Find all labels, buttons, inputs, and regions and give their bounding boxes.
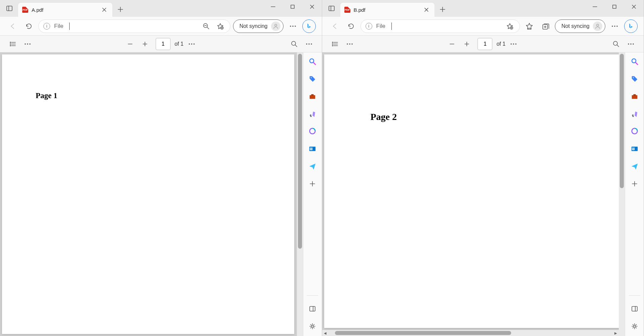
zoom-in-button[interactable] [460, 37, 473, 51]
add-sidebar-item-button[interactable] [630, 179, 639, 188]
zoom-in-button[interactable] [138, 37, 152, 51]
svg-point-33 [189, 43, 190, 45]
pdf-viewer[interactable]: Page 1 [0, 52, 303, 336]
svg-rect-45 [311, 94, 313, 96]
scrollbar-track[interactable] [328, 331, 613, 335]
svg-marker-68 [526, 23, 532, 29]
tab-actions-button[interactable] [326, 2, 338, 14]
new-tab-button[interactable] [437, 3, 449, 15]
tab-title: B.pdf [354, 7, 419, 13]
shopping-tag-icon[interactable] [630, 75, 639, 83]
pdf-more-center-button[interactable] [507, 37, 520, 51]
new-tab-button[interactable] [114, 3, 126, 15]
add-sidebar-item-button[interactable] [308, 179, 317, 188]
window-maximize-button[interactable] [283, 0, 302, 13]
tab-close-button[interactable] [422, 6, 430, 14]
profile-sync-button[interactable]: Not syncing [555, 19, 605, 33]
pdf-more-left-button[interactable] [21, 37, 34, 51]
pdf-more-right-button[interactable] [302, 37, 316, 51]
outlook-icon[interactable]: O [308, 144, 317, 153]
favorites-button[interactable] [523, 19, 536, 33]
pdf-viewer[interactable]: Page 2 ◀ ▶ [322, 52, 625, 336]
find-button[interactable] [288, 37, 301, 51]
titlebar: PDF B.pdf [322, 0, 644, 17]
back-button[interactable] [6, 19, 20, 33]
tab-close-button[interactable] [100, 6, 108, 14]
site-info-icon[interactable]: i [43, 23, 50, 30]
window-close-button[interactable] [624, 0, 644, 13]
table-of-contents-button[interactable] [328, 37, 342, 51]
svg-point-53 [311, 325, 313, 327]
window-minimize-button[interactable] [585, 0, 605, 13]
reload-button[interactable] [344, 19, 358, 33]
settings-menu-button[interactable] [286, 19, 300, 33]
briefcase-icon[interactable] [630, 92, 639, 101]
svg-point-75 [614, 26, 615, 27]
browser-toolbar: i File Not syncing [0, 17, 322, 36]
outlook-icon[interactable]: O [630, 144, 639, 153]
hide-sidebar-button[interactable] [308, 304, 317, 313]
reload-button[interactable] [22, 19, 36, 33]
browser-tab[interactable]: PDF A.pdf [18, 3, 112, 17]
page-zoom-icon[interactable] [201, 19, 211, 33]
scrollbar-thumb[interactable] [298, 54, 302, 249]
bing-button[interactable] [624, 19, 638, 33]
microsoft365-icon[interactable] [630, 127, 639, 136]
microsoft365-icon[interactable] [308, 127, 317, 136]
send-icon[interactable] [308, 162, 317, 171]
vertical-scrollbar[interactable] [619, 52, 625, 336]
scrollbar-thumb[interactable] [335, 331, 512, 335]
pdf-page: Page 2 [324, 54, 625, 328]
window-controls [263, 0, 322, 13]
browser-toolbar: i File Not syncing [322, 17, 644, 36]
profile-sync-button[interactable]: Not syncing [233, 19, 283, 33]
search-sidebar-icon[interactable] [308, 57, 317, 66]
edge-sidebar: O [303, 52, 322, 336]
bing-button[interactable] [302, 19, 316, 33]
scrollbar-thumb[interactable] [620, 54, 624, 188]
settings-menu-button[interactable] [608, 19, 621, 33]
edge-sidebar: O [625, 52, 644, 336]
page-number-input[interactable] [478, 38, 492, 50]
svg-point-28 [27, 43, 28, 45]
sidebar-settings-button[interactable] [630, 322, 639, 331]
window-close-button[interactable] [302, 0, 322, 13]
briefcase-icon[interactable] [308, 92, 317, 101]
zoom-out-button[interactable] [123, 37, 137, 51]
sync-status-label: Not syncing [561, 23, 590, 29]
find-button[interactable] [609, 37, 623, 51]
pdf-more-center-button[interactable] [185, 37, 198, 51]
address-bar[interactable]: i File [38, 19, 230, 33]
svg-line-93 [617, 45, 619, 47]
pdf-more-right-button[interactable] [624, 37, 638, 51]
svg-point-43 [311, 77, 312, 78]
scroll-right-arrow[interactable]: ▶ [613, 330, 619, 336]
add-favorite-icon[interactable] [215, 19, 225, 33]
svg-point-24 [10, 42, 11, 43]
search-sidebar-icon[interactable] [630, 57, 639, 66]
add-favorite-icon[interactable] [505, 19, 515, 33]
window-maximize-button[interactable] [605, 0, 624, 13]
vertical-scrollbar[interactable] [297, 52, 303, 336]
svg-point-109 [634, 325, 636, 327]
horizontal-scrollbar[interactable]: ◀ ▶ [322, 330, 619, 336]
page-number-input[interactable] [156, 38, 171, 50]
table-of-contents-button[interactable] [6, 37, 20, 51]
hide-sidebar-button[interactable] [630, 304, 639, 313]
browser-tab[interactable]: PDF B.pdf [340, 3, 434, 17]
address-bar[interactable]: i File [361, 19, 520, 33]
send-icon[interactable] [630, 162, 639, 171]
games-icon[interactable] [308, 110, 317, 118]
sidebar-settings-button[interactable] [308, 322, 317, 331]
sidebar-divider [629, 295, 640, 296]
pdf-more-left-button[interactable] [343, 37, 356, 51]
games-icon[interactable] [630, 110, 639, 118]
collections-button[interactable] [539, 19, 552, 33]
tab-actions-button[interactable] [3, 2, 15, 14]
back-button[interactable] [328, 19, 342, 33]
zoom-out-button[interactable] [445, 37, 459, 51]
window-minimize-button[interactable] [263, 0, 283, 13]
scroll-left-arrow[interactable]: ◀ [322, 330, 328, 336]
site-info-icon[interactable]: i [366, 23, 372, 30]
shopping-tag-icon[interactable] [308, 75, 317, 83]
